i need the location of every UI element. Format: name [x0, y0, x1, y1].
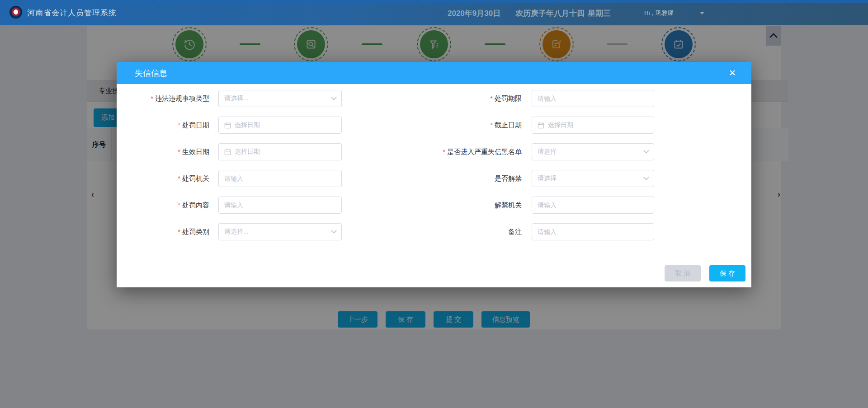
modal-title: 失信信息	[135, 68, 167, 79]
required-asterisk: *	[178, 148, 180, 155]
form-text-input[interactable]	[532, 223, 654, 240]
form-text-input[interactable]	[532, 90, 654, 107]
form-row: 备注	[370, 223, 750, 240]
required-asterisk: *	[490, 94, 493, 102]
form-date-picker[interactable]: 选择日期	[532, 117, 654, 134]
form-text-input[interactable]	[532, 197, 654, 214]
current-date: 2020年9月30日	[448, 0, 500, 25]
form-row: *是否进入严重失信黑名单请选择	[370, 143, 750, 160]
form-row: 是否解禁请选择	[370, 170, 750, 187]
form-field-label: *截止日期	[370, 121, 532, 130]
form-field-label: 备注	[370, 228, 532, 236]
form-field-label: *是否进入严重失信黑名单	[370, 148, 532, 156]
form-text-input[interactable]	[218, 197, 342, 214]
chevron-down-icon	[643, 174, 649, 180]
form-date-picker[interactable]: 选择日期	[218, 143, 342, 160]
required-asterisk: *	[490, 121, 493, 129]
form-select[interactable]: 请选择...	[218, 90, 342, 107]
required-asterisk: *	[178, 121, 180, 129]
form-select[interactable]: 请选择...	[218, 223, 342, 240]
app-title: 河南省会计人员管理系统	[27, 0, 117, 25]
chevron-down-icon	[643, 148, 649, 154]
placeholder-text: 请选择...	[224, 94, 249, 103]
lunar-date: 农历庚子年八月十四	[515, 0, 585, 25]
form-field-label: 是否解禁	[370, 174, 532, 183]
form-field-label: *生效日期	[117, 148, 218, 156]
user-greeting: Hi，巩雅娜	[644, 0, 673, 25]
chevron-down-icon	[331, 94, 337, 100]
close-icon[interactable]: ✕	[729, 68, 736, 78]
modal-header: 失信信息 ✕	[117, 62, 751, 84]
form-field-label: *处罚类别	[117, 228, 218, 236]
placeholder-text: 选择日期	[235, 121, 260, 129]
form-text-input[interactable]	[218, 170, 342, 187]
placeholder-text: 选择日期	[235, 148, 260, 156]
weekday: 星期三	[588, 0, 611, 25]
form-row: 解禁机关	[370, 197, 750, 214]
form-select[interactable]: 请选择	[532, 170, 654, 187]
required-asterisk: *	[178, 174, 180, 182]
chevron-down-icon	[331, 228, 337, 234]
dishonesty-info-modal: 失信信息 ✕ *违法违规事项类型请选择...*处罚日期选择日期*生效日期选择日期…	[117, 62, 751, 287]
user-menu-caret-icon[interactable]	[700, 12, 704, 17]
form-row: *处罚期限	[370, 90, 750, 107]
top-navbar: 河南省会计人员管理系统 2020年9月30日 农历庚子年八月十四 星期三 Hi，…	[0, 0, 868, 25]
cancel-button[interactable]: 取 消	[665, 265, 701, 281]
form-field-label: *处罚机关	[117, 174, 218, 183]
required-asterisk: *	[178, 228, 180, 235]
page: 河南省会计人员管理系统 2020年9月30日 农历庚子年八月十四 星期三 Hi，…	[0, 0, 868, 408]
form-field-label: *处罚日期	[117, 121, 218, 130]
required-asterisk: *	[178, 201, 180, 209]
required-asterisk: *	[443, 148, 445, 155]
form-date-picker[interactable]: 选择日期	[218, 117, 342, 134]
placeholder-text: 请选择	[538, 148, 557, 156]
app-logo-icon	[9, 6, 22, 19]
form-field-label: *违法违规事项类型	[117, 94, 218, 103]
form-field-label: *处罚期限	[370, 94, 532, 103]
placeholder-text: 选择日期	[548, 121, 573, 129]
form-select[interactable]: 请选择	[532, 143, 654, 160]
form-row: *截止日期选择日期	[370, 117, 750, 134]
form-field-label: *处罚内容	[117, 201, 218, 210]
form-column-right: *处罚期限*截止日期选择日期*是否进入严重失信黑名单请选择是否解禁请选择解禁机关…	[370, 90, 750, 250]
required-asterisk: *	[151, 94, 153, 102]
form-field-label: 解禁机关	[370, 201, 532, 210]
modal-save-button[interactable]: 保 存	[709, 265, 745, 281]
placeholder-text: 请选择...	[224, 228, 249, 236]
placeholder-text: 请选择	[538, 174, 557, 183]
